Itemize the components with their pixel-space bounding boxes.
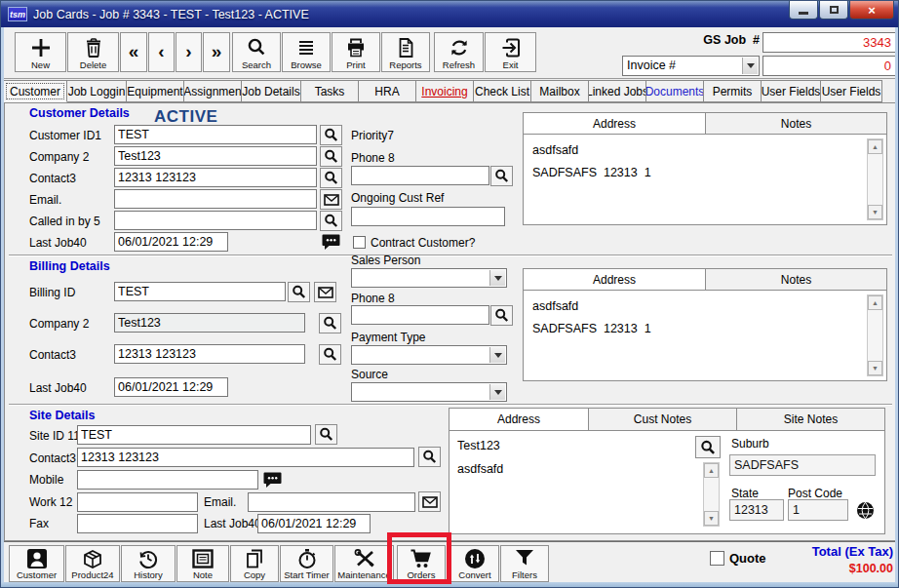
called-in-by-search-button[interactable] [320,211,342,231]
customer-email-input[interactable] [114,189,317,209]
ongoing-cust-ref-input[interactable] [351,207,505,226]
note-button[interactable]: Note [176,545,229,582]
billing-address-tab[interactable]: Address [524,269,706,290]
sales-person-select[interactable] [351,268,507,288]
site-last-job-input[interactable] [257,514,371,533]
previous-record-button[interactable]: ‹ [148,32,175,72]
customer-address-scrollbar[interactable]: ▲ ▼ [867,138,883,220]
billing-email-button[interactable] [314,282,336,302]
next-record-button[interactable]: › [176,32,202,72]
customer-email-button[interactable] [320,189,342,210]
tab-documents[interactable]: Documents [645,80,704,102]
source-select[interactable] [351,382,507,402]
invoice-number-selector[interactable]: Invoice # [622,56,760,76]
invoice-number-field[interactable]: 0 [762,56,896,76]
tab-permits[interactable]: Permits [703,80,762,102]
search-button[interactable]: Search [232,32,281,72]
postcode-input[interactable] [788,499,848,521]
site-contact-search-button[interactable] [418,447,441,467]
site-notes-bubble-button[interactable] [261,469,284,490]
tab-job-details[interactable]: Job Details [241,80,301,102]
reports-button[interactable]: Reports [381,32,430,72]
new-button[interactable]: New [15,32,66,72]
tab-tasks[interactable]: Tasks [300,80,359,102]
scroll-up-icon[interactable]: ▲ [704,463,719,478]
site-id-search-button[interactable] [315,424,337,445]
customer-notes-bubble-button[interactable] [320,231,342,252]
quote-checkbox[interactable] [710,551,724,566]
print-button[interactable]: Print [332,32,380,72]
called-in-by-input[interactable] [114,211,317,230]
work-input[interactable] [77,492,198,512]
tab-check-list[interactable]: Check List [473,80,531,102]
customer-phone-input[interactable] [351,166,489,185]
start-timer-button[interactable]: Start Timer [280,545,333,582]
customer-company-search-button[interactable] [320,146,342,167]
billing-notes-tab[interactable]: Notes [706,269,886,290]
site-notes-tab[interactable]: Site Notes [737,409,884,430]
billing-contact-input[interactable] [114,344,305,364]
suburb-input[interactable] [729,454,876,476]
billing-contact-search-button[interactable] [319,344,341,365]
cust-notes-tab[interactable]: Cust Notes [589,409,737,430]
site-email-input[interactable] [248,492,415,512]
site-email-button[interactable] [418,491,441,512]
maintenance-button[interactable]: Maintenance [334,545,394,582]
site-address-search-button[interactable] [695,436,721,458]
minimize-button[interactable] [789,1,818,20]
customer-contact-input[interactable] [114,168,317,187]
chevron-down-icon[interactable] [742,58,758,74]
tab-mailbox[interactable]: Mailbox [530,80,589,102]
site-contact-input[interactable] [77,448,414,467]
customer-address-tab[interactable]: Address [524,113,706,134]
close-button[interactable]: × [849,1,894,20]
fax-input[interactable] [77,514,198,533]
tab-job-logging[interactable]: Job Loggin [66,80,127,102]
scroll-down-icon[interactable]: ▼ [868,361,882,375]
billing-phone-search-button[interactable] [490,305,513,326]
tab-hra[interactable]: HRA [358,80,416,102]
site-address-tab[interactable]: Address [450,409,589,430]
customer-notes-tab[interactable]: Notes [706,113,886,134]
orders-button[interactable]: Orders [397,545,446,582]
gs-job-number-field[interactable]: 3343 [762,32,896,53]
customer-id-input[interactable] [114,125,317,144]
site-address-scrollbar[interactable]: ▲ ▼ [703,462,720,527]
tab-user-fields-2[interactable]: User Fields [820,80,882,102]
customer-id-search-button[interactable] [320,125,342,145]
tab-assignment[interactable]: Assignmen [183,80,242,102]
chevron-down-icon[interactable] [489,384,505,400]
scroll-up-icon[interactable]: ▲ [868,139,882,154]
site-id-input[interactable] [77,425,311,445]
state-input[interactable] [729,499,784,521]
globe-icon[interactable] [856,501,875,524]
chevron-down-icon[interactable] [489,270,505,286]
billing-company-input[interactable] [114,313,305,333]
scroll-down-icon[interactable]: ▼ [704,511,719,526]
history-button[interactable]: History [121,545,176,582]
billing-last-job-input[interactable] [114,377,228,397]
customer-button[interactable]: Customer [9,545,64,582]
chevron-down-icon[interactable] [489,347,505,363]
convert-button[interactable]: Convert [450,545,499,582]
first-record-button[interactable]: « [120,32,147,72]
customer-contact-search-button[interactable] [320,168,342,188]
last-record-button[interactable]: » [203,32,230,72]
payment-type-select[interactable] [351,345,507,365]
billing-id-search-button[interactable] [288,282,310,302]
copy-button[interactable]: Copy [230,545,279,582]
billing-company-search-button[interactable] [319,313,341,333]
tab-linked-jobs[interactable]: Linked Jobs [588,80,646,102]
tab-invoicing[interactable]: Invoicing [415,80,474,102]
filters-button[interactable]: Filters [500,545,549,582]
tab-user-fields-1[interactable]: User Fields [761,80,821,102]
billing-address-scrollbar[interactable]: ▲ ▼ [867,294,883,376]
contract-customer-checkbox[interactable] [353,236,366,249]
customer-last-job-input[interactable] [114,232,228,252]
customer-phone-search-button[interactable] [490,166,513,186]
scroll-up-icon[interactable]: ▲ [868,295,882,310]
tab-customer[interactable]: Customer [3,80,67,102]
billing-phone-input[interactable] [351,305,489,325]
delete-button[interactable]: Delete [67,32,119,72]
exit-button[interactable]: Exit [485,32,536,72]
